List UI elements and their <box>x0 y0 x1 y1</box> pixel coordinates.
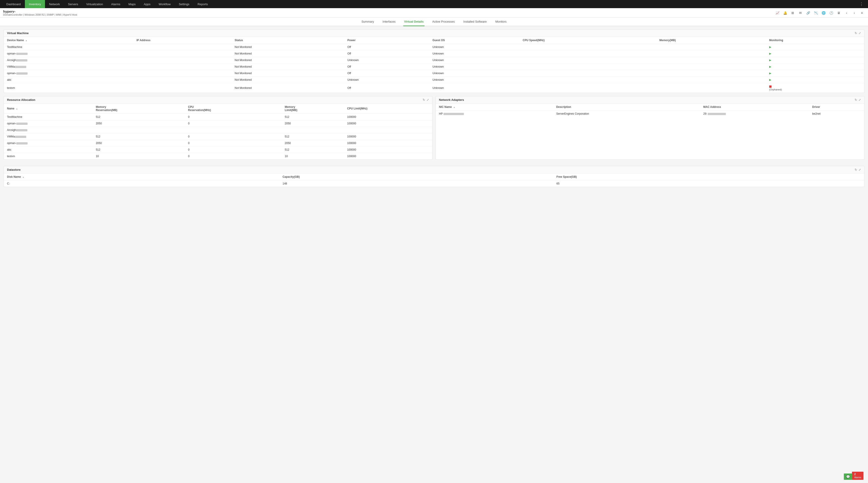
nav-item-network[interactable]: Network <box>45 0 64 8</box>
nav-more-button[interactable]: ⋮ <box>857 2 866 6</box>
ra-cell-cpu-limit <box>344 127 432 133</box>
vm-cell-guest-os: Unknown <box>429 77 520 83</box>
vm-cell-cpu <box>520 51 656 57</box>
vm-cell-ip <box>133 83 231 93</box>
tab-summary[interactable]: Summary <box>361 18 375 26</box>
ra-col-cpu-limit: CPU Limit(MHz) <box>344 103 432 114</box>
vm-cell-memory <box>656 64 766 70</box>
ds-cell-disk: C: <box>4 180 279 187</box>
na-header-row: NIC Name ▲ Description MAC Address Drive… <box>436 103 864 111</box>
link-icon-btn[interactable]: 🔗 <box>805 10 811 16</box>
graph-icon-btn[interactable]: 📉 <box>813 10 819 16</box>
nav-item-settings[interactable]: Settings <box>175 0 193 8</box>
device-name: hyperv- <box>3 9 77 13</box>
tab-monitors[interactable]: Monitors <box>494 18 507 26</box>
vm-cell-monitoring: (Orphaned) <box>766 83 864 93</box>
nav-item-reports[interactable]: Reports <box>193 0 212 8</box>
tab-installed-software[interactable]: Installed Software <box>463 18 488 26</box>
clock-icon-btn[interactable]: 🕐 <box>828 10 834 16</box>
bell-icon-btn[interactable]: 🔔 <box>782 10 788 16</box>
vm-cell-monitoring: ▶ <box>766 44 864 51</box>
ds-table-row: C: 148 65 <box>4 180 864 187</box>
ds-expand-btn[interactable]: ⤢ <box>859 168 861 172</box>
email-icon-btn[interactable]: ✉ <box>798 10 803 16</box>
play-icon[interactable]: ▶ <box>769 46 771 49</box>
nav-item-alarms[interactable]: Alarms <box>107 0 124 8</box>
vm-cell-guest-os: Unknown <box>429 83 520 93</box>
ds-col-free: Free Space(GB) <box>553 174 864 180</box>
ra-cell-mem-limit <box>282 127 344 133</box>
na-col-nic: NIC Name ▲ <box>436 103 553 111</box>
vm-cell-cpu <box>520 57 656 64</box>
play-icon[interactable]: ▶ <box>769 65 771 68</box>
vm-col-cpu: CPU Speed(MHz) <box>520 37 656 44</box>
vm-table-row: opman- Not Monitored Off Unknown ▶ <box>4 51 864 57</box>
vm-cell-memory <box>656 83 766 93</box>
device-meta: DomainController | Windows 2008 R2 | SNM… <box>3 13 77 16</box>
ds-refresh-btn[interactable]: ↻ <box>855 168 857 172</box>
vm-cell-guest-os: Unknown <box>429 70 520 77</box>
vm-cell-device: abc <box>4 77 133 83</box>
network-adapters-table: NIC Name ▲ Description MAC Address Drive… <box>436 103 864 117</box>
vm-cell-guest-os: Unknown <box>429 44 520 51</box>
hamburger-btn[interactable]: ≡ <box>859 10 865 16</box>
na-expand-btn[interactable]: ⤢ <box>859 98 861 101</box>
tab-interfaces[interactable]: Interfaces <box>382 18 397 26</box>
vm-refresh-btn[interactable]: ↻ <box>855 31 857 35</box>
play-icon[interactable]: ▶ <box>769 52 771 55</box>
tab-active-processes[interactable]: Active Processes <box>431 18 456 26</box>
vm-expand-btn[interactable]: ⤢ <box>859 31 861 35</box>
vm-cell-cpu <box>520 44 656 51</box>
ds-cell-free: 65 <box>553 180 864 187</box>
vm-cell-monitoring: ▶ <box>766 64 864 70</box>
ra-panel-header: Resource Allocation ↻ ⤢ <box>4 96 432 103</box>
ra-cell-cpu-res: 0 <box>185 114 282 120</box>
play-icon[interactable]: ▶ <box>769 59 771 62</box>
play-icon[interactable]: ▶ <box>769 78 771 82</box>
ra-cell-cpu-limit: 100000 <box>344 120 432 127</box>
na-cell-nic: HP <box>436 111 553 117</box>
vm-cell-power: Off <box>344 51 429 57</box>
virtual-machine-table: Device Name ▲ IP Address Status Power Gu… <box>4 37 864 93</box>
na-col-desc: Description <box>553 103 700 111</box>
ra-col-name: Name ▲ <box>4 103 93 114</box>
vm-cell-status: Not Monitored <box>231 44 344 51</box>
vm-cell-status: Not Monitored <box>231 77 344 83</box>
vm-cell-device: opman- <box>4 51 133 57</box>
tab-virtual-details[interactable]: Virtual Details <box>403 18 425 26</box>
nav-item-virtualization[interactable]: Virtualization <box>82 0 107 8</box>
chart-icon-btn[interactable]: 📈 <box>774 10 780 16</box>
back-btn[interactable]: ‹ <box>844 10 849 16</box>
nav-item-maps[interactable]: Maps <box>124 0 140 8</box>
vm-cell-monitoring: ▶ <box>766 51 864 57</box>
ra-cell-cpu-limit: 100000 <box>344 133 432 140</box>
ra-cell-cpu-res: 0 <box>185 147 282 153</box>
globe-icon-btn[interactable]: 🌐 <box>820 10 827 16</box>
vm-table-row: opman- Not Monitored Off Unknown ▶ <box>4 70 864 77</box>
vm-cell-power: Off <box>344 83 429 93</box>
nav-item-servers[interactable]: Servers <box>64 0 82 8</box>
ra-cell-name: abc <box>4 147 93 153</box>
na-refresh-btn[interactable]: ↻ <box>855 98 857 101</box>
ra-header-row: Name ▲ MemoryReservation(MB) CPUReservat… <box>4 103 432 114</box>
nav-item-apps[interactable]: Apps <box>140 0 155 8</box>
resource-allocation-table: Name ▲ MemoryReservation(MB) CPUReservat… <box>4 103 432 159</box>
grid-icon-btn[interactable]: ⊞ <box>790 10 796 16</box>
ds-header-row: Disk Name ▲ Capacity(GB) Free Space(GB) <box>4 174 864 180</box>
forward-btn[interactable]: › <box>851 10 857 16</box>
vm-cell-status: Not Monitored <box>231 51 344 57</box>
vm-col-power: Power <box>344 37 429 44</box>
monitor-icon-btn[interactable]: 🖥 <box>836 10 842 16</box>
nav-item-workflow[interactable]: Workflow <box>155 0 175 8</box>
vm-cell-ip <box>133 77 231 83</box>
ra-cell-name: opman- <box>4 140 93 147</box>
ra-expand-btn[interactable]: ⤢ <box>427 98 429 101</box>
vm-col-device-name: Device Name ▲ <box>4 37 133 44</box>
ra-cell-mem-res: 2050 <box>93 140 185 147</box>
ra-refresh-btn[interactable]: ↻ <box>423 98 425 101</box>
nav-item-inventory[interactable]: Inventory <box>25 0 45 8</box>
nav-item-dashboard[interactable]: Dashboard <box>2 0 25 8</box>
play-icon[interactable]: ▶ <box>769 72 771 75</box>
top-nav: Dashboard Inventory Network Servers Virt… <box>0 0 868 8</box>
vm-col-guest-os: Guest OS <box>429 37 520 44</box>
